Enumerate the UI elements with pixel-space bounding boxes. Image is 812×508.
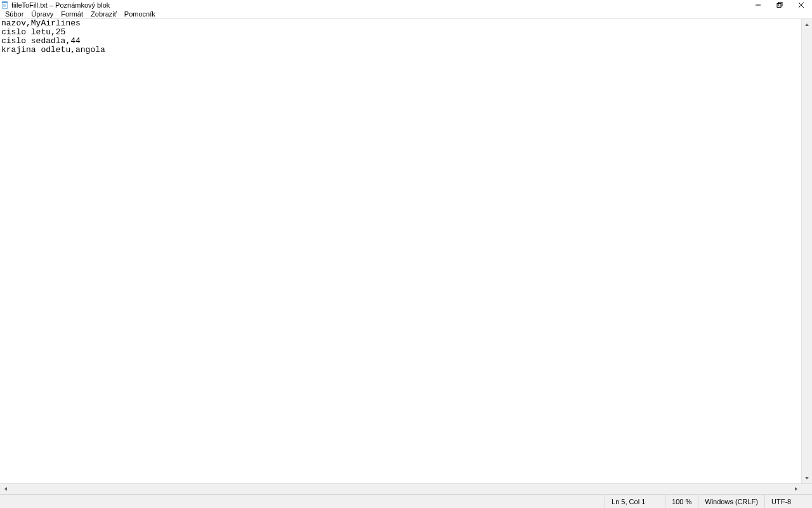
minimize-button[interactable] [747,0,769,10]
menu-file[interactable]: Súbor [1,10,27,18]
status-line-ending: Windows (CRLF) [698,495,764,508]
svg-rect-1 [3,1,8,3]
svg-marker-11 [805,477,809,479]
window-title: fiileToFill.txt – Poznámkový blok [11,1,110,9]
horizontal-scroll-track[interactable] [11,484,790,494]
svg-rect-6 [777,3,781,7]
status-encoding: UTF-8 [764,495,812,508]
menu-view[interactable]: Zobraziť [87,10,121,18]
svg-rect-7 [778,2,782,6]
status-zoom: 100 % [665,495,698,508]
notepad-icon [1,1,9,9]
scroll-corner [801,484,812,494]
window-controls [747,0,812,10]
vertical-scrollbar[interactable] [801,19,812,483]
menu-help[interactable]: Pomocník [121,10,159,18]
title-left: fiileToFill.txt – Poznámkový blok [1,1,110,9]
svg-marker-10 [805,23,809,26]
maximize-button[interactable] [769,0,790,10]
menu-edit[interactable]: Úpravy [27,10,57,18]
content-area: nazov,MyAirlines cislo letu,25 cislo sed… [0,19,812,483]
scroll-up-arrow-icon[interactable] [802,19,812,30]
scroll-left-arrow-icon[interactable] [0,484,11,494]
status-bar: Ln 5, Col 1 100 % Windows (CRLF) UTF-8 [0,494,812,508]
text-editor[interactable]: nazov,MyAirlines cislo letu,25 cislo sed… [0,19,801,483]
menu-format[interactable]: Formát [57,10,87,18]
vertical-scroll-track[interactable] [802,30,812,472]
title-bar: fiileToFill.txt – Poznámkový blok [0,0,812,10]
status-position: Ln 5, Col 1 [605,495,665,508]
horizontal-scrollbar[interactable] [0,483,812,494]
svg-marker-13 [795,487,797,491]
scroll-down-arrow-icon[interactable] [802,472,812,483]
scroll-right-arrow-icon[interactable] [790,484,801,494]
svg-marker-12 [4,487,7,491]
close-button[interactable] [790,0,812,10]
status-spacer [0,495,605,508]
menu-bar: Súbor Úpravy Formát Zobraziť Pomocník [0,10,812,19]
